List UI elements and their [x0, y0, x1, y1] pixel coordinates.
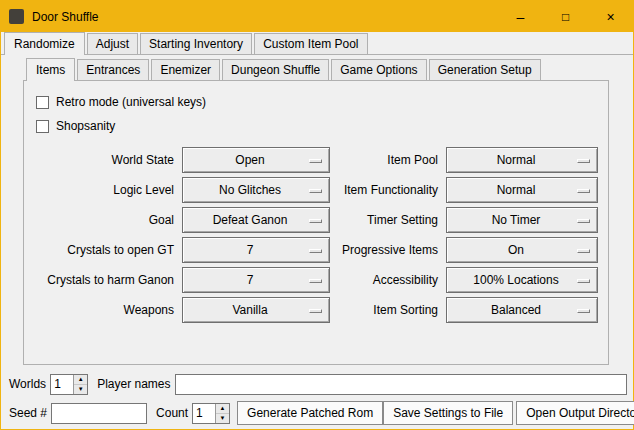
count-spinner-arrows: ▲ ▼ — [215, 404, 229, 423]
tab-generation-setup[interactable]: Generation Setup — [429, 59, 541, 80]
open-output-directory-button[interactable]: Open Output Directory — [516, 401, 634, 425]
tab-starting-inventory[interactable]: Starting Inventory — [140, 33, 252, 54]
tab-entrances[interactable]: Entrances — [77, 59, 149, 80]
crystals-harm-ganon-dropdown[interactable]: 7 — [182, 267, 330, 293]
spin-down-icon: ▼ — [78, 386, 84, 392]
dropdown-indicator-icon — [577, 159, 590, 163]
maximize-button[interactable]: □ — [543, 1, 588, 32]
dropdown-indicator-icon — [309, 189, 322, 193]
dropdown-indicator-icon — [309, 219, 322, 223]
accessibility-value: 100% Locations — [473, 273, 570, 287]
dropdown-indicator-icon — [309, 249, 322, 253]
timer-setting-value: No Timer — [492, 213, 553, 227]
worlds-row: Worlds ▲ ▼ Player names — [9, 372, 627, 396]
worlds-spin-up-button[interactable]: ▲ — [74, 375, 87, 384]
item-pool-value: Normal — [497, 153, 548, 167]
dropdown-indicator-icon — [577, 309, 590, 313]
timer-setting-label: Timer Setting — [338, 213, 438, 227]
player-names-input[interactable] — [175, 374, 628, 395]
tab-items[interactable]: Items — [26, 58, 75, 81]
main-tabbar: Randomize Adjust Starting Inventory Cust… — [1, 32, 633, 54]
seed-input[interactable] — [51, 403, 147, 424]
progressive-items-value: On — [508, 243, 536, 257]
accessibility-label: Accessibility — [338, 273, 438, 287]
window: Door Shuffle – □ × Randomize Adjust Star… — [0, 0, 634, 430]
count-spin-down-button[interactable]: ▼ — [216, 413, 229, 423]
options-grid: World State Open Item Pool Normal Logic … — [38, 147, 608, 323]
logic-level-dropdown[interactable]: No Glitches — [182, 177, 330, 203]
item-functionality-value: Normal — [497, 183, 548, 197]
logic-level-label: Logic Level — [38, 183, 174, 197]
seed-row: Seed # Count ▲ ▼ Generate Patched Rom Sa… — [9, 401, 627, 425]
world-state-dropdown[interactable]: Open — [182, 147, 330, 173]
crystals-open-gt-value: 7 — [247, 243, 266, 257]
shopsanity-label: Shopsanity — [56, 119, 115, 133]
count-spinner: ▲ ▼ — [192, 403, 230, 424]
count-input[interactable] — [193, 404, 215, 423]
tab-randomize[interactable]: Randomize — [4, 32, 85, 55]
dropdown-indicator-icon — [577, 219, 590, 223]
tab-game-options[interactable]: Game Options — [331, 59, 426, 80]
retro-mode-checkbox[interactable]: Retro mode (universal keys) — [36, 90, 608, 114]
weapons-dropdown[interactable]: Vanilla — [182, 297, 330, 323]
tab-enemizer[interactable]: Enemizer — [151, 59, 220, 80]
worlds-spinner-arrows: ▲ ▼ — [73, 375, 87, 394]
world-state-value: Open — [235, 153, 276, 167]
crystals-open-gt-dropdown[interactable]: 7 — [182, 237, 330, 263]
spin-up-icon: ▲ — [220, 405, 226, 411]
maximize-icon: □ — [562, 10, 569, 24]
tab-adjust[interactable]: Adjust — [87, 33, 138, 54]
progressive-items-dropdown[interactable]: On — [446, 237, 598, 263]
accessibility-dropdown[interactable]: 100% Locations — [446, 267, 598, 293]
dropdown-indicator-icon — [309, 159, 322, 163]
goal-dropdown[interactable]: Defeat Ganon — [182, 207, 330, 233]
sub-tabbar: Items Entrances Enemizer Dungeon Shuffle… — [23, 58, 633, 80]
titlebar: Door Shuffle – □ × — [1, 1, 633, 32]
close-button[interactable]: × — [588, 1, 633, 32]
dropdown-indicator-icon — [577, 249, 590, 253]
shopsanity-checkbox[interactable]: Shopsanity — [36, 114, 608, 138]
weapons-value: Vanilla — [232, 303, 279, 317]
tab-custom-item-pool[interactable]: Custom Item Pool — [254, 33, 367, 54]
minimize-button[interactable]: – — [498, 1, 543, 32]
timer-setting-dropdown[interactable]: No Timer — [446, 207, 598, 233]
spin-down-icon: ▼ — [220, 415, 226, 421]
worlds-spin-down-button[interactable]: ▼ — [74, 384, 87, 394]
checkbox-icon — [36, 120, 49, 133]
save-settings-button[interactable]: Save Settings to File — [383, 401, 513, 425]
item-functionality-label: Item Functionality — [338, 183, 438, 197]
item-functionality-dropdown[interactable]: Normal — [446, 177, 598, 203]
generate-patched-rom-button[interactable]: Generate Patched Rom — [237, 401, 383, 425]
retro-mode-label: Retro mode (universal keys) — [56, 95, 206, 109]
logic-level-value: No Glitches — [219, 183, 293, 197]
goal-label: Goal — [38, 213, 174, 227]
items-pane: Retro mode (universal keys) Shopsanity W… — [23, 80, 609, 365]
weapons-label: Weapons — [38, 303, 174, 317]
crystals-harm-ganon-value: 7 — [247, 273, 266, 287]
worlds-label: Worlds — [9, 377, 46, 391]
item-sorting-dropdown[interactable]: Balanced — [446, 297, 598, 323]
player-names-label: Player names — [97, 377, 170, 391]
dropdown-indicator-icon — [309, 309, 322, 313]
progressive-items-label: Progressive Items — [338, 243, 438, 257]
close-icon: × — [606, 9, 614, 25]
crystals-open-gt-label: Crystals to open GT — [38, 243, 174, 257]
item-pool-label: Item Pool — [338, 153, 438, 167]
count-label: Count — [156, 406, 188, 420]
tab-dungeon-shuffle[interactable]: Dungeon Shuffle — [222, 59, 329, 80]
item-sorting-label: Item Sorting — [338, 303, 438, 317]
item-sorting-value: Balanced — [491, 303, 553, 317]
bottom-panel: Worlds ▲ ▼ Player names Seed # Count ▲ ▼ — [1, 366, 633, 429]
worlds-input[interactable] — [51, 375, 73, 394]
world-state-label: World State — [38, 153, 174, 167]
minimize-icon: – — [517, 9, 525, 25]
checkbox-icon — [36, 96, 49, 109]
goal-value: Defeat Ganon — [213, 213, 300, 227]
count-spin-up-button[interactable]: ▲ — [216, 404, 229, 413]
window-title: Door Shuffle — [32, 10, 99, 24]
randomize-pane: Items Entrances Enemizer Dungeon Shuffle… — [1, 54, 633, 366]
spin-up-icon: ▲ — [78, 376, 84, 382]
window-controls: – □ × — [498, 1, 633, 32]
app-icon — [9, 9, 24, 24]
item-pool-dropdown[interactable]: Normal — [446, 147, 598, 173]
